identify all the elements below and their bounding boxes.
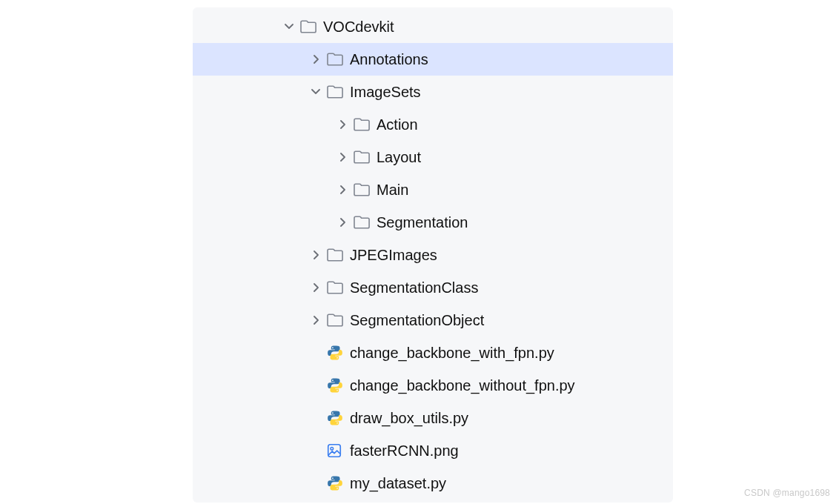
tree-file-change-backbone-with-fpn[interactable]: change_backbone_with_fpn.py [193, 336, 673, 369]
folder-label: SegmentationClass [350, 279, 478, 296]
chevron-right-icon[interactable] [332, 153, 353, 162]
python-file-icon [326, 344, 350, 362]
tree-folder-segmentation[interactable]: Segmentation [193, 206, 673, 239]
tree-folder-jpegimages[interactable]: JPEGImages [193, 239, 673, 271]
tree-folder-vocdevkit[interactable]: VOCdevkit [193, 10, 673, 43]
image-file-icon [326, 442, 350, 459]
python-file-icon [326, 409, 350, 427]
chevron-right-icon[interactable] [305, 251, 326, 259]
tree-file-draw-box-utils[interactable]: draw_box_utils.py [193, 402, 673, 434]
folder-label: Segmentation [377, 214, 468, 231]
tree-file-my-dataset[interactable]: my_dataset.py [193, 467, 673, 500]
folder-label: JPEGImages [350, 247, 437, 264]
python-file-icon [326, 474, 350, 492]
tree-folder-imagesets[interactable]: ImageSets [193, 76, 673, 108]
file-label: draw_box_utils.py [350, 410, 468, 427]
svg-rect-0 [328, 445, 341, 457]
chevron-right-icon[interactable] [332, 218, 353, 227]
file-label: change_backbone_with_fpn.py [350, 345, 554, 362]
tree-folder-segmentationclass[interactable]: SegmentationClass [193, 271, 673, 304]
folder-label: ImageSets [350, 84, 421, 101]
folder-icon [353, 150, 377, 165]
folder-label: Action [377, 116, 418, 133]
chevron-right-icon[interactable] [305, 316, 326, 325]
tree-folder-segmentationobject[interactable]: SegmentationObject [193, 304, 673, 336]
tree-folder-annotations[interactable]: Annotations [193, 43, 673, 76]
chevron-right-icon[interactable] [305, 55, 326, 64]
chevron-right-icon[interactable] [332, 120, 353, 129]
folder-icon [326, 52, 350, 67]
folder-label: SegmentationObject [350, 312, 484, 329]
file-tree: VOCdevkit Annotations ImageSets Action [193, 7, 673, 503]
tree-file-fasterrcnn-png[interactable]: fasterRCNN.png [193, 434, 673, 467]
chevron-right-icon[interactable] [332, 185, 353, 194]
python-file-icon [326, 377, 350, 394]
folder-label: Annotations [350, 51, 428, 68]
chevron-down-icon[interactable] [279, 22, 299, 31]
folder-icon [326, 84, 350, 99]
file-label: fasterRCNN.png [350, 442, 459, 460]
folder-icon [353, 182, 377, 197]
folder-icon [326, 248, 350, 262]
file-label: my_dataset.py [350, 475, 446, 492]
folder-label: Layout [377, 149, 421, 166]
folder-label: VOCdevkit [323, 19, 394, 36]
folder-icon [326, 280, 350, 295]
tree-file-change-backbone-without-fpn[interactable]: change_backbone_without_fpn.py [193, 369, 673, 402]
tree-folder-action[interactable]: Action [193, 108, 673, 141]
svg-point-1 [331, 447, 334, 450]
chevron-right-icon[interactable] [305, 283, 326, 292]
tree-folder-main[interactable]: Main [193, 173, 673, 206]
chevron-down-icon[interactable] [305, 87, 326, 96]
file-label: change_backbone_without_fpn.py [350, 377, 575, 394]
folder-icon [353, 117, 377, 132]
folder-icon [299, 19, 323, 34]
tree-folder-layout[interactable]: Layout [193, 141, 673, 173]
folder-icon [353, 215, 377, 230]
watermark: CSDN @mango1698 [744, 488, 830, 498]
folder-label: Main [377, 182, 408, 199]
folder-icon [326, 313, 350, 328]
